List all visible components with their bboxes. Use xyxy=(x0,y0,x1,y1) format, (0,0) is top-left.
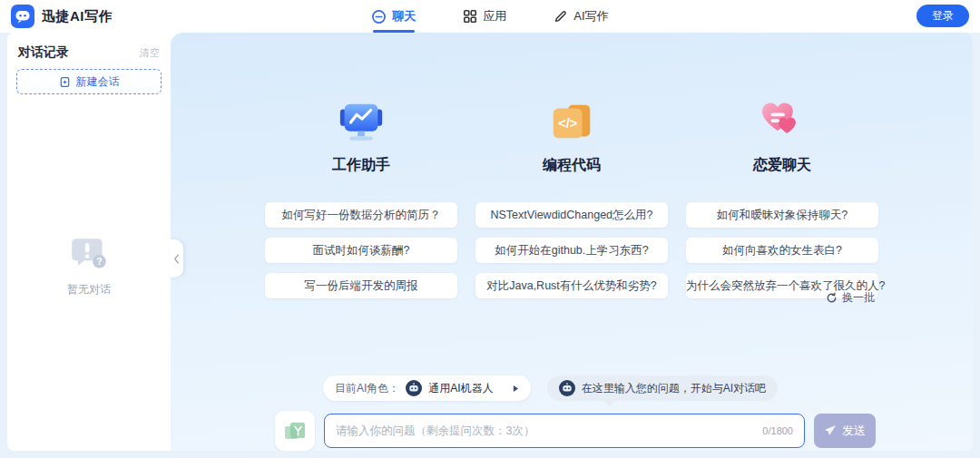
refresh-icon xyxy=(826,292,838,304)
login-button[interactable]: 登录 xyxy=(916,5,969,27)
new-document-icon xyxy=(59,76,71,88)
tab-chat-label: 聊天 xyxy=(392,8,416,24)
pencil-icon xyxy=(554,9,568,24)
ai-role-row: 目前AI角色： 通用AI机器人 在这里输入您的问题，开始与AI对话吧 xyxy=(323,375,778,401)
input-hint-tooltip: 在这里输入您的问题，开始与AI对话吧 xyxy=(547,375,778,401)
question-input-wrap: 0/1800 xyxy=(324,414,805,448)
tab-ai-writing-label: AI写作 xyxy=(573,8,608,24)
category-title: 恋爱聊天 xyxy=(753,156,811,175)
suggested-question[interactable]: 面试时如何谈薪酬? xyxy=(265,238,457,263)
header-tabs: 聊天 应用 AI写作 xyxy=(0,0,980,33)
role-name-label: 通用AI机器人 xyxy=(428,381,493,396)
svg-text:?: ? xyxy=(96,257,102,267)
input-method-icon[interactable] xyxy=(275,411,315,451)
tooltip-text: 在这里输入您的问题，开始与AI对话吧 xyxy=(582,381,766,396)
tab-apps[interactable]: 应用 xyxy=(463,0,506,33)
robot-avatar-icon xyxy=(406,380,422,396)
chat-main-panel: 工作助手 如何写好一份数据分析的简历？ 面试时如何谈薪酬? 写一份后端开发的周报… xyxy=(171,33,973,451)
new-conversation-label: 新建会话 xyxy=(76,74,120,90)
question-input[interactable] xyxy=(336,424,755,437)
monitor-chart-icon xyxy=(337,98,386,147)
chat-bubble-icon xyxy=(371,9,387,24)
category-title: 工作助手 xyxy=(332,156,390,175)
ai-role-selector[interactable]: 目前AI角色： 通用AI机器人 xyxy=(323,375,531,401)
top-header: 迅捷AI写作 聊天 应用 AI写作 登录 xyxy=(0,0,980,33)
tab-apps-label: 应用 xyxy=(483,8,506,24)
char-counter: 0/1800 xyxy=(762,425,793,436)
conversation-sidebar: 对话记录 清空 新建会话 ? xyxy=(7,33,171,451)
suggested-question[interactable]: NSTextViewdidChanged怎么用? xyxy=(475,202,668,228)
content-panel: 对话记录 清空 新建会话 ? xyxy=(7,33,973,451)
robot-avatar-icon xyxy=(559,380,575,396)
tab-ai-writing[interactable]: AI写作 xyxy=(554,0,608,33)
suggested-question[interactable]: 如何写好一份数据分析的简历？ xyxy=(265,202,457,228)
heart-chat-icon xyxy=(758,98,807,147)
tab-chat[interactable]: 聊天 xyxy=(371,0,416,33)
suggested-question[interactable]: 写一份后端开发的周报 xyxy=(265,273,457,298)
category-love-chat: 恋爱聊天 如何和暧昧对象保持聊天? 如何向喜欢的女生表白? 为什么会突然放弃一个… xyxy=(686,98,878,308)
empty-state: ? 暂无对话 xyxy=(7,234,171,297)
category-coding: </> 编程代码 NSTextViewdidChanged怎么用? 如何开始在g… xyxy=(475,98,668,308)
sidebar-title: 对话记录 xyxy=(18,44,69,61)
suggested-question[interactable]: 如何向喜欢的女生表白? xyxy=(686,238,878,263)
svg-text:</>: </> xyxy=(558,116,577,131)
category-work-assistant: 工作助手 如何写好一份数据分析的简历？ 面试时如何谈薪酬? 写一份后端开发的周报 xyxy=(265,98,457,308)
refresh-questions-button[interactable]: 换一批 xyxy=(826,290,875,306)
paper-plane-icon xyxy=(824,424,837,437)
suggestion-categories: 工作助手 如何写好一份数据分析的简历？ 面试时如何谈薪酬? 写一份后端开发的周报… xyxy=(171,98,973,308)
empty-chat-icon: ? xyxy=(68,234,110,276)
code-folder-icon: </> xyxy=(547,98,596,147)
send-label: 发送 xyxy=(842,423,866,439)
suggested-question[interactable]: 如何开始在github.上学习东西? xyxy=(475,238,668,263)
suggested-question[interactable]: 对比Java,Rust有什么优势和劣势? xyxy=(475,273,668,298)
new-conversation-button[interactable]: 新建会话 xyxy=(16,69,162,94)
grid-icon xyxy=(463,9,477,24)
role-prefix-label: 目前AI角色： xyxy=(335,381,399,396)
chevron-right-icon xyxy=(513,385,519,393)
clear-history-button[interactable]: 清空 xyxy=(140,46,160,60)
content-area: 对话记录 清空 新建会话 ? xyxy=(7,33,973,451)
refresh-label: 换一批 xyxy=(842,290,875,306)
empty-state-label: 暂无对话 xyxy=(67,282,111,297)
send-button[interactable]: 发送 xyxy=(814,414,876,448)
suggested-question[interactable]: 如何和暧昧对象保持聊天? xyxy=(686,202,878,228)
message-input-row: 0/1800 发送 xyxy=(275,411,876,451)
category-title: 编程代码 xyxy=(543,156,601,175)
